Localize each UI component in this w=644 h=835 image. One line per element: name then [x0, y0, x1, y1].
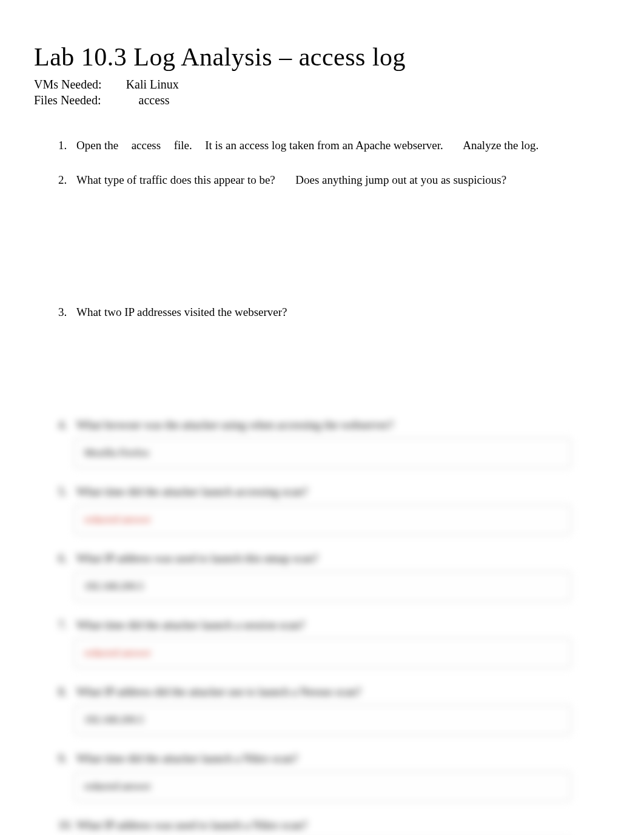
- vms-value: Kali Linux: [126, 76, 179, 92]
- q4-answer-box: Mozilla Firefox: [74, 438, 571, 468]
- files-needed-line: Files Needed: access: [34, 92, 610, 108]
- question-9-number: 9.: [58, 752, 67, 765]
- question-6-number: 6.: [58, 552, 67, 565]
- question-1: 1. Open the access file. It is an access…: [58, 137, 610, 155]
- q8-text: What IP address did the attacker use to …: [76, 685, 361, 698]
- q6-answer-box: 192.168.200.5: [74, 571, 571, 602]
- question-9: 9. What time did the attacker launch a N…: [58, 752, 610, 802]
- question-2: 2. What type of traffic does this appear…: [58, 172, 610, 189]
- q1-part3: It is an access log taken from an Apache…: [205, 139, 443, 152]
- question-1-number: 1.: [58, 137, 67, 155]
- q1-part4: Analyze the log.: [463, 139, 538, 152]
- question-3: 3. What two IP addresses visited the web…: [58, 304, 610, 321]
- q6-answer: 192.168.200.5: [84, 580, 144, 592]
- q5-text: What time did the attacker launch access…: [76, 485, 307, 498]
- question-5-number: 5.: [58, 485, 67, 498]
- vms-label: VMs Needed:: [34, 76, 102, 92]
- question-3-number: 3.: [58, 304, 67, 321]
- q2-part2: Does anything jump out at you as suspici…: [295, 173, 506, 186]
- q7-answer: redacted answer: [84, 647, 151, 659]
- q7-text: What time did the attacker launch a sess…: [76, 619, 305, 631]
- q3-text: What two IP addresses visited the webser…: [76, 306, 287, 318]
- q8-answer-box: 192.168.200.5: [74, 705, 571, 735]
- question-8: 8. What IP address did the attacker use …: [58, 685, 610, 735]
- question-5: 5. What time did the attacker launch acc…: [58, 485, 610, 535]
- q8-answer: 192.168.200.5: [84, 714, 144, 725]
- question-10-number: 10.: [58, 819, 73, 832]
- files-value: access: [139, 92, 170, 108]
- q1-file: access: [132, 139, 161, 152]
- question-6: 6. What IP address was used to launch th…: [58, 552, 610, 602]
- vms-needed-line: VMs Needed: Kali Linux: [34, 76, 610, 92]
- question-8-number: 8.: [58, 685, 67, 699]
- q5-answer-box: redacted answer: [74, 505, 571, 535]
- q2-part1: What type of traffic does this appear to…: [76, 173, 275, 186]
- question-4: 4. What browser was the attacker using w…: [58, 418, 610, 468]
- question-7: 7. What time did the attacker launch a s…: [58, 619, 610, 668]
- q9-text: What time did the attacker launch a Nikt…: [76, 752, 298, 765]
- blurred-content: 4. What browser was the attacker using w…: [34, 418, 610, 836]
- page-title: Lab 10.3 Log Analysis – access log: [34, 42, 610, 72]
- question-10: 10. What IP address was used to launch a…: [58, 819, 610, 836]
- q9-answer-box: redacted answer: [74, 771, 571, 802]
- q5-answer: redacted answer: [84, 514, 151, 525]
- q4-text: What browser was the attacker using when…: [76, 418, 394, 431]
- question-7-number: 7.: [58, 619, 67, 632]
- question-4-number: 4.: [58, 418, 67, 432]
- q1-part1: Open the: [76, 139, 118, 152]
- q9-answer: redacted answer: [84, 780, 151, 792]
- q6-text: What IP address was used to launch this …: [76, 552, 318, 565]
- question-list: 1. Open the access file. It is an access…: [34, 137, 610, 321]
- q1-part2: file.: [174, 139, 192, 152]
- files-label: Files Needed:: [34, 92, 101, 108]
- q7-answer-box: redacted answer: [74, 638, 571, 668]
- question-2-number: 2.: [58, 172, 67, 189]
- q10-text: What IP address was used to launch a Nik…: [76, 819, 307, 831]
- q4-answer: Mozilla Firefox: [84, 447, 149, 458]
